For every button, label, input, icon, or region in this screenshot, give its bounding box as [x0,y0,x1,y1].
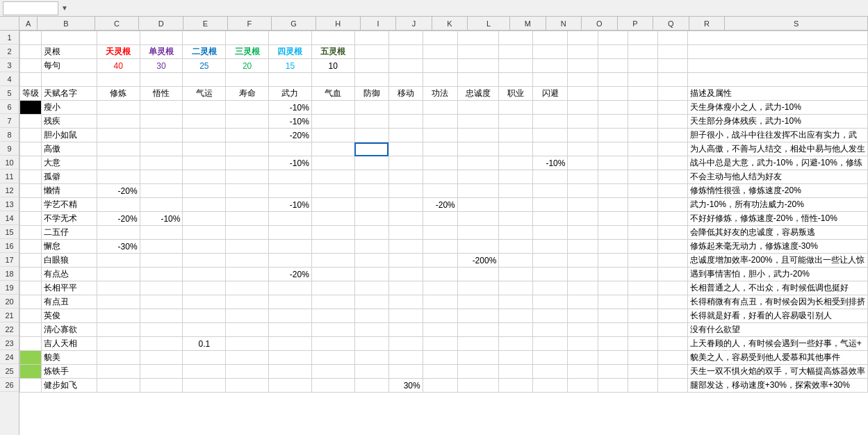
cell-O21[interactable] [568,309,598,323]
cell-N12[interactable] [533,184,568,198]
cell-S16[interactable]: 修炼起来毫无动力，修炼速度-30% [687,240,867,254]
cell-S12[interactable]: 修炼惰性很强，修炼速度-20% [687,184,867,198]
cell-R6[interactable] [657,101,687,115]
cell-K5[interactable]: 功法 [423,87,457,101]
cell-M9[interactable] [499,142,533,156]
col-header-P[interactable]: P [618,17,654,30]
cell-K7[interactable] [423,115,457,129]
cell-J8[interactable] [388,129,423,142]
cell-I14[interactable] [354,212,388,226]
cell-I19[interactable] [354,281,388,295]
cell-H26[interactable] [311,379,354,393]
cell-S25[interactable]: 天生一双不惧火焰的双手，可大幅提高炼器效率 [687,365,867,379]
cell-F14[interactable] [226,212,269,226]
cell-O9[interactable] [568,142,598,156]
cell-C17[interactable] [97,254,140,268]
cell-S20[interactable]: 长得稍微有有点丑，有时候会因为长相受到排挤 [687,295,867,309]
cell-E11[interactable] [183,170,226,184]
cell-P3[interactable] [598,59,628,73]
cell-D21[interactable] [140,309,183,323]
cell-L16[interactable] [457,240,499,254]
cell-Q18[interactable] [628,268,657,281]
cell-A18[interactable] [20,268,42,281]
cell-I11[interactable] [354,170,388,184]
cell-G16[interactable] [269,240,312,254]
cell-D22[interactable] [140,323,183,337]
row-num-24[interactable]: 24 [0,350,19,364]
cell-J14[interactable] [388,212,423,226]
cell-F20[interactable] [226,295,269,309]
cell-H2[interactable]: 五灵根 [311,45,354,59]
cell-L17[interactable]: -200% [457,254,499,268]
cell-E19[interactable] [183,281,226,295]
formula-input[interactable] [82,1,865,15]
cell-M5[interactable]: 职业 [499,87,533,101]
cell-F21[interactable] [226,309,269,323]
cell-H25[interactable] [311,365,354,379]
cell-B21[interactable]: 英俊 [42,309,97,323]
cell-F1[interactable] [226,31,269,45]
cell-Q4[interactable] [628,73,657,87]
cell-L13[interactable] [457,198,499,212]
cell-F16[interactable] [226,240,269,254]
cell-F25[interactable] [226,365,269,379]
cell-I4[interactable] [354,73,388,87]
cell-N13[interactable] [533,198,568,212]
cell-A11[interactable] [20,170,42,184]
cell-Q26[interactable] [628,379,657,393]
cell-M21[interactable] [499,309,533,323]
cell-L23[interactable] [457,337,499,351]
cell-M2[interactable] [499,45,533,59]
cell-F24[interactable] [226,351,269,365]
cell-P11[interactable] [598,170,628,184]
cell-R23[interactable] [657,337,687,351]
cell-J10[interactable] [388,156,423,170]
cell-P8[interactable] [598,129,628,142]
cell-C10[interactable] [97,156,140,170]
cell-M4[interactable] [499,73,533,87]
cell-P14[interactable] [598,212,628,226]
cell-S13[interactable]: 武力-10%，所有功法威力-20% [687,198,867,212]
cell-R9[interactable] [657,142,687,156]
cell-N26[interactable] [533,379,568,393]
cell-G5[interactable]: 武力 [269,87,312,101]
cell-K21[interactable] [423,309,457,323]
cell-L7[interactable] [457,115,499,129]
cell-O23[interactable] [568,337,598,351]
cell-O16[interactable] [568,240,598,254]
cell-L24[interactable] [457,351,499,365]
cell-H4[interactable] [311,73,354,87]
cell-S8[interactable]: 胆子很小，战斗中往往发挥不出应有实力，武 [687,129,867,142]
cell-I12[interactable] [354,184,388,198]
cell-I1[interactable] [354,31,388,45]
cell-G10[interactable]: -10% [269,156,312,170]
col-header-R[interactable]: R [689,17,726,30]
cell-P25[interactable] [598,365,628,379]
cell-L19[interactable] [457,281,499,295]
cell-B25[interactable]: 炼铁手 [42,365,97,379]
cell-Q15[interactable] [628,226,657,240]
row-num-15[interactable]: 15 [0,225,19,239]
row-num-8[interactable]: 8 [0,128,19,142]
col-header-D[interactable]: D [139,17,183,30]
cell-C22[interactable] [97,323,140,337]
cell-L9[interactable] [457,142,499,156]
cell-I21[interactable] [354,309,388,323]
cell-C14[interactable]: -20% [97,212,140,226]
cell-J22[interactable] [388,323,423,337]
cell-I24[interactable] [354,351,388,365]
cell-R15[interactable] [657,226,687,240]
cell-Q7[interactable] [628,115,657,129]
cell-R4[interactable] [657,73,687,87]
cell-A3[interactable] [20,59,42,73]
cell-O24[interactable] [568,351,598,365]
cell-H12[interactable] [311,184,354,198]
cell-E22[interactable] [183,323,226,337]
cell-Q25[interactable] [628,365,657,379]
cell-F2[interactable]: 三灵根 [226,45,269,59]
cell-J6[interactable] [388,101,423,115]
cell-C1[interactable] [97,31,140,45]
cell-P1[interactable] [598,31,628,45]
cell-I2[interactable] [354,45,388,59]
cell-E5[interactable]: 气运 [183,87,226,101]
